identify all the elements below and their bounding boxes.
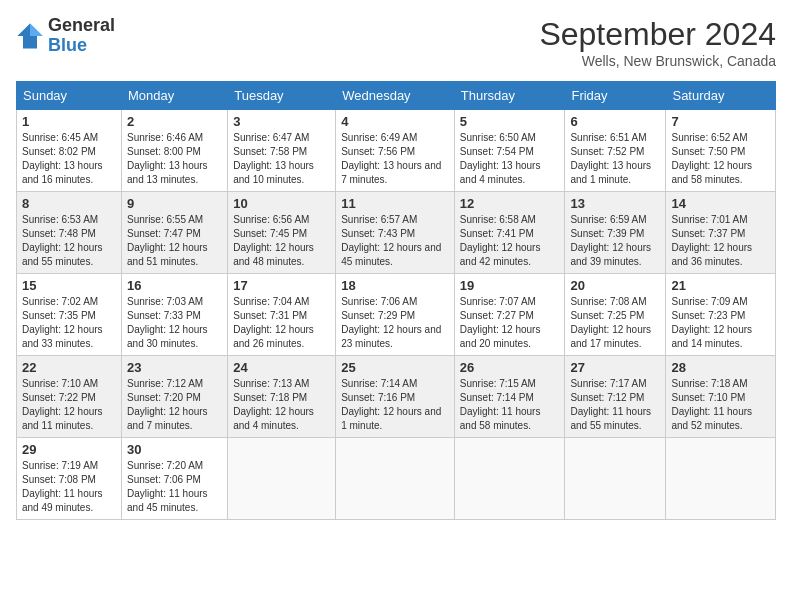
day-cell: 18Sunrise: 7:06 AM Sunset: 7:29 PM Dayli…: [336, 274, 455, 356]
day-info: Sunrise: 7:04 AM Sunset: 7:31 PM Dayligh…: [233, 295, 330, 351]
day-number: 20: [570, 278, 660, 293]
day-cell: [228, 438, 336, 520]
day-info: Sunrise: 7:07 AM Sunset: 7:27 PM Dayligh…: [460, 295, 560, 351]
day-cell: 7Sunrise: 6:52 AM Sunset: 7:50 PM Daylig…: [666, 110, 776, 192]
day-cell: 9Sunrise: 6:55 AM Sunset: 7:47 PM Daylig…: [122, 192, 228, 274]
day-number: 8: [22, 196, 116, 211]
week-row-4: 22Sunrise: 7:10 AM Sunset: 7:22 PM Dayli…: [17, 356, 776, 438]
day-cell: 2Sunrise: 6:46 AM Sunset: 8:00 PM Daylig…: [122, 110, 228, 192]
day-number: 17: [233, 278, 330, 293]
day-cell: 6Sunrise: 6:51 AM Sunset: 7:52 PM Daylig…: [565, 110, 666, 192]
day-info: Sunrise: 7:08 AM Sunset: 7:25 PM Dayligh…: [570, 295, 660, 351]
day-info: Sunrise: 7:14 AM Sunset: 7:16 PM Dayligh…: [341, 377, 449, 433]
day-info: Sunrise: 6:56 AM Sunset: 7:45 PM Dayligh…: [233, 213, 330, 269]
day-info: Sunrise: 7:13 AM Sunset: 7:18 PM Dayligh…: [233, 377, 330, 433]
day-cell: 16Sunrise: 7:03 AM Sunset: 7:33 PM Dayli…: [122, 274, 228, 356]
day-number: 26: [460, 360, 560, 375]
day-cell: 8Sunrise: 6:53 AM Sunset: 7:48 PM Daylig…: [17, 192, 122, 274]
day-cell: 20Sunrise: 7:08 AM Sunset: 7:25 PM Dayli…: [565, 274, 666, 356]
day-cell: 11Sunrise: 6:57 AM Sunset: 7:43 PM Dayli…: [336, 192, 455, 274]
day-info: Sunrise: 6:59 AM Sunset: 7:39 PM Dayligh…: [570, 213, 660, 269]
day-cell: 14Sunrise: 7:01 AM Sunset: 7:37 PM Dayli…: [666, 192, 776, 274]
day-info: Sunrise: 6:55 AM Sunset: 7:47 PM Dayligh…: [127, 213, 222, 269]
day-number: 27: [570, 360, 660, 375]
day-cell: [336, 438, 455, 520]
day-number: 23: [127, 360, 222, 375]
day-number: 19: [460, 278, 560, 293]
day-cell: [565, 438, 666, 520]
day-info: Sunrise: 7:06 AM Sunset: 7:29 PM Dayligh…: [341, 295, 449, 351]
day-cell: 15Sunrise: 7:02 AM Sunset: 7:35 PM Dayli…: [17, 274, 122, 356]
calendar-table: SundayMondayTuesdayWednesdayThursdayFrid…: [16, 81, 776, 520]
logo-line2: Blue: [48, 36, 115, 56]
header: General Blue September 2024 Wells, New B…: [16, 16, 776, 69]
week-row-3: 15Sunrise: 7:02 AM Sunset: 7:35 PM Dayli…: [17, 274, 776, 356]
day-info: Sunrise: 7:01 AM Sunset: 7:37 PM Dayligh…: [671, 213, 770, 269]
day-number: 30: [127, 442, 222, 457]
day-info: Sunrise: 7:03 AM Sunset: 7:33 PM Dayligh…: [127, 295, 222, 351]
day-info: Sunrise: 6:58 AM Sunset: 7:41 PM Dayligh…: [460, 213, 560, 269]
day-cell: 10Sunrise: 6:56 AM Sunset: 7:45 PM Dayli…: [228, 192, 336, 274]
day-cell: 24Sunrise: 7:13 AM Sunset: 7:18 PM Dayli…: [228, 356, 336, 438]
title-area: September 2024 Wells, New Brunswick, Can…: [539, 16, 776, 69]
day-number: 1: [22, 114, 116, 129]
day-number: 12: [460, 196, 560, 211]
day-info: Sunrise: 7:19 AM Sunset: 7:08 PM Dayligh…: [22, 459, 116, 515]
header-row: SundayMondayTuesdayWednesdayThursdayFrid…: [17, 82, 776, 110]
day-number: 13: [570, 196, 660, 211]
day-cell: 25Sunrise: 7:14 AM Sunset: 7:16 PM Dayli…: [336, 356, 455, 438]
day-cell: [666, 438, 776, 520]
day-cell: 13Sunrise: 6:59 AM Sunset: 7:39 PM Dayli…: [565, 192, 666, 274]
day-cell: 30Sunrise: 7:20 AM Sunset: 7:06 PM Dayli…: [122, 438, 228, 520]
day-info: Sunrise: 6:45 AM Sunset: 8:02 PM Dayligh…: [22, 131, 116, 187]
day-number: 25: [341, 360, 449, 375]
day-info: Sunrise: 7:20 AM Sunset: 7:06 PM Dayligh…: [127, 459, 222, 515]
day-info: Sunrise: 6:52 AM Sunset: 7:50 PM Dayligh…: [671, 131, 770, 187]
day-cell: 29Sunrise: 7:19 AM Sunset: 7:08 PM Dayli…: [17, 438, 122, 520]
col-header-thursday: Thursday: [454, 82, 565, 110]
day-info: Sunrise: 6:53 AM Sunset: 7:48 PM Dayligh…: [22, 213, 116, 269]
day-number: 21: [671, 278, 770, 293]
day-info: Sunrise: 7:12 AM Sunset: 7:20 PM Dayligh…: [127, 377, 222, 433]
col-header-saturday: Saturday: [666, 82, 776, 110]
day-cell: 17Sunrise: 7:04 AM Sunset: 7:31 PM Dayli…: [228, 274, 336, 356]
month-title: September 2024: [539, 16, 776, 53]
day-cell: 26Sunrise: 7:15 AM Sunset: 7:14 PM Dayli…: [454, 356, 565, 438]
day-info: Sunrise: 6:51 AM Sunset: 7:52 PM Dayligh…: [570, 131, 660, 187]
day-cell: 5Sunrise: 6:50 AM Sunset: 7:54 PM Daylig…: [454, 110, 565, 192]
day-number: 11: [341, 196, 449, 211]
day-cell: 4Sunrise: 6:49 AM Sunset: 7:56 PM Daylig…: [336, 110, 455, 192]
logo-text: General Blue: [48, 16, 115, 56]
day-info: Sunrise: 7:15 AM Sunset: 7:14 PM Dayligh…: [460, 377, 560, 433]
day-cell: 28Sunrise: 7:18 AM Sunset: 7:10 PM Dayli…: [666, 356, 776, 438]
day-number: 22: [22, 360, 116, 375]
day-cell: 22Sunrise: 7:10 AM Sunset: 7:22 PM Dayli…: [17, 356, 122, 438]
day-info: Sunrise: 7:10 AM Sunset: 7:22 PM Dayligh…: [22, 377, 116, 433]
day-info: Sunrise: 6:47 AM Sunset: 7:58 PM Dayligh…: [233, 131, 330, 187]
day-number: 15: [22, 278, 116, 293]
day-info: Sunrise: 7:18 AM Sunset: 7:10 PM Dayligh…: [671, 377, 770, 433]
logo-line1: General: [48, 16, 115, 36]
day-number: 3: [233, 114, 330, 129]
day-info: Sunrise: 6:57 AM Sunset: 7:43 PM Dayligh…: [341, 213, 449, 269]
day-number: 4: [341, 114, 449, 129]
col-header-monday: Monday: [122, 82, 228, 110]
logo-icon: [16, 22, 44, 50]
day-info: Sunrise: 6:49 AM Sunset: 7:56 PM Dayligh…: [341, 131, 449, 187]
day-number: 18: [341, 278, 449, 293]
day-cell: 1Sunrise: 6:45 AM Sunset: 8:02 PM Daylig…: [17, 110, 122, 192]
col-header-friday: Friday: [565, 82, 666, 110]
day-cell: 23Sunrise: 7:12 AM Sunset: 7:20 PM Dayli…: [122, 356, 228, 438]
col-header-tuesday: Tuesday: [228, 82, 336, 110]
day-number: 16: [127, 278, 222, 293]
day-number: 29: [22, 442, 116, 457]
week-row-2: 8Sunrise: 6:53 AM Sunset: 7:48 PM Daylig…: [17, 192, 776, 274]
day-cell: 12Sunrise: 6:58 AM Sunset: 7:41 PM Dayli…: [454, 192, 565, 274]
day-info: Sunrise: 6:50 AM Sunset: 7:54 PM Dayligh…: [460, 131, 560, 187]
day-cell: 19Sunrise: 7:07 AM Sunset: 7:27 PM Dayli…: [454, 274, 565, 356]
day-info: Sunrise: 6:46 AM Sunset: 8:00 PM Dayligh…: [127, 131, 222, 187]
day-number: 24: [233, 360, 330, 375]
day-number: 14: [671, 196, 770, 211]
day-cell: 21Sunrise: 7:09 AM Sunset: 7:23 PM Dayli…: [666, 274, 776, 356]
logo: General Blue: [16, 16, 115, 56]
